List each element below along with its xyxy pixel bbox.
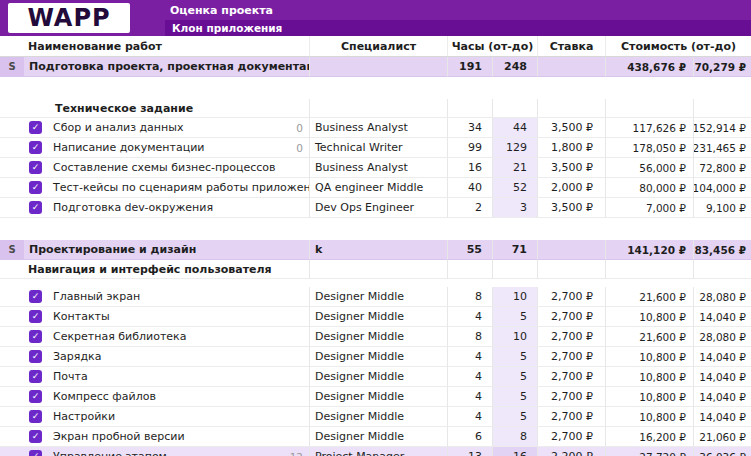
checkbox[interactable]: ✓ <box>29 450 42 456</box>
hours-to-cell: 5 <box>492 387 537 407</box>
spacer-row <box>0 218 751 240</box>
row-note: 0 <box>296 142 309 154</box>
hours-to-cell: 8 <box>492 427 537 447</box>
cost-from-cell: 80,000 ₽ <box>605 178 693 198</box>
row-name-cell: ✓Компресс файлов <box>24 387 309 407</box>
row-marker <box>0 118 24 138</box>
cost-to-cell: 570,279 ₽ <box>693 57 751 77</box>
hours-from-cell: 4 <box>447 367 492 387</box>
row-name-cell: ✓Почта <box>24 367 309 387</box>
rate-cell: 3,500 ₽ <box>537 118 605 138</box>
rate-cell: 2,700 ₽ <box>537 427 605 447</box>
specialist-cell: k <box>309 240 447 260</box>
row-marker <box>0 327 24 347</box>
checkbox[interactable]: ✓ <box>29 121 42 134</box>
hours-to-cell: 21 <box>492 158 537 178</box>
cost-to-cell: 21,060 ₽ <box>693 427 751 447</box>
rate-cell <box>537 260 605 279</box>
row-marker <box>0 99 24 118</box>
specialist-cell: Dev Ops Engineer <box>309 198 447 218</box>
rate-cell: 2,700 ₽ <box>537 287 605 307</box>
row-marker <box>0 367 24 387</box>
cost-from-cell: 141,120 ₽ <box>605 240 693 260</box>
specialist-cell: Designer Middle <box>309 367 447 387</box>
checkbox[interactable]: ✓ <box>29 430 42 443</box>
table-body: SПодготовка проекта, проектная документа… <box>0 57 751 456</box>
rate-cell: 2,700 ₽ <box>537 307 605 327</box>
cost-from-cell: 117,626 ₽ <box>605 118 693 138</box>
header-cost: Стоимость (от-до) <box>605 36 751 56</box>
checkbox[interactable]: ✓ <box>29 310 42 323</box>
cost-to-cell <box>693 260 751 279</box>
hours-from-cell: 191 <box>447 57 492 77</box>
checkbox[interactable]: ✓ <box>29 370 42 383</box>
row-name: Тест-кейсы по сценариям работы приложени… <box>53 181 309 194</box>
rate-cell: 2,700 ₽ <box>537 327 605 347</box>
specialist-cell <box>309 99 447 118</box>
section-row: SПроектирование и дизайнk5571141,120 ₽18… <box>0 240 751 260</box>
check-icon: ✓ <box>32 183 40 192</box>
rate-cell: 2,000 ₽ <box>537 178 605 198</box>
task-row: ✓Тест-кейсы по сценариям работы приложен… <box>0 178 751 198</box>
check-icon: ✓ <box>32 143 40 152</box>
checkbox[interactable]: ✓ <box>29 410 42 423</box>
rate-cell: 3,500 ₽ <box>537 198 605 218</box>
row-name-cell: ✓Главный экран <box>24 287 309 307</box>
cost-from-cell: 178,050 ₽ <box>605 138 693 158</box>
task-row: ✓Сбор и анализ данных0Business Analyst34… <box>0 118 751 138</box>
cost-from-cell: 27,720 ₽ <box>605 447 693 456</box>
checkbox[interactable]: ✓ <box>29 290 42 303</box>
project-subtitle: Клон приложения <box>165 22 282 34</box>
cost-to-cell <box>693 99 751 118</box>
rate-cell: 2,700 ₽ <box>537 387 605 407</box>
row-name: Проектирование и дизайн <box>29 243 196 256</box>
specialist-cell: Business Analyst <box>309 118 447 138</box>
hours-from-cell: 2 <box>447 198 492 218</box>
check-icon: ✓ <box>32 352 40 361</box>
specialist-cell <box>309 57 447 77</box>
checkbox[interactable]: ✓ <box>29 390 42 403</box>
logo-text: WAPP <box>27 4 110 32</box>
checkbox[interactable]: ✓ <box>29 330 42 343</box>
rate-cell <box>537 240 605 260</box>
hours-from-cell: 99 <box>447 138 492 158</box>
row-name: Сбор и анализ данных <box>53 121 183 134</box>
checkbox[interactable]: ✓ <box>29 181 42 194</box>
app: WAPP Оценка проекта Клон приложения Наим… <box>0 0 751 456</box>
cost-from-cell: 10,800 ₽ <box>605 387 693 407</box>
row-name: Подготовка проекта, проектная документац… <box>29 60 309 73</box>
row-name-cell: Техническое задание <box>24 99 309 118</box>
checkbox[interactable]: ✓ <box>29 161 42 174</box>
specialist-cell: Designer Middle <box>309 327 447 347</box>
check-icon: ✓ <box>32 452 40 456</box>
cost-to-cell: 14,040 ₽ <box>693 347 751 367</box>
row-name-cell: ✓Секретная библиотека <box>24 327 309 347</box>
row-marker <box>0 427 24 447</box>
cost-from-cell: 21,600 ₽ <box>605 327 693 347</box>
row-name: Подготовка dev-окружения <box>53 201 213 214</box>
row-marker <box>0 387 24 407</box>
hours-to-cell: 5 <box>492 347 537 367</box>
checkbox[interactable]: ✓ <box>29 350 42 363</box>
hours-from-cell: 8 <box>447 287 492 307</box>
row-name-cell: ✓Сбор и анализ данных0 <box>24 118 309 138</box>
rate-cell: 2,700 ₽ <box>537 407 605 427</box>
row-name: Контакты <box>53 310 110 323</box>
checkbox[interactable]: ✓ <box>29 141 42 154</box>
hours-to-cell: 16 <box>492 447 537 456</box>
rate-cell <box>537 57 605 77</box>
row-marker <box>0 447 24 456</box>
cost-from-cell: 56,000 ₽ <box>605 158 693 178</box>
check-icon: ✓ <box>32 372 40 381</box>
cost-from-cell: 10,800 ₽ <box>605 347 693 367</box>
rate-cell <box>537 99 605 118</box>
cost-to-cell: 104,000 ₽ <box>693 178 751 198</box>
checkbox[interactable]: ✓ <box>29 201 42 214</box>
task-row: ✓НастройкиDesigner Middle452,700 ₽10,800… <box>0 407 751 427</box>
hours-from-cell: 6 <box>447 427 492 447</box>
hours-from-cell: 4 <box>447 347 492 367</box>
check-icon: ✓ <box>32 123 40 132</box>
cost-from-cell <box>605 99 693 118</box>
project-subtitle-strip: Клон приложения <box>165 20 751 36</box>
specialist-cell: Designer Middle <box>309 407 447 427</box>
